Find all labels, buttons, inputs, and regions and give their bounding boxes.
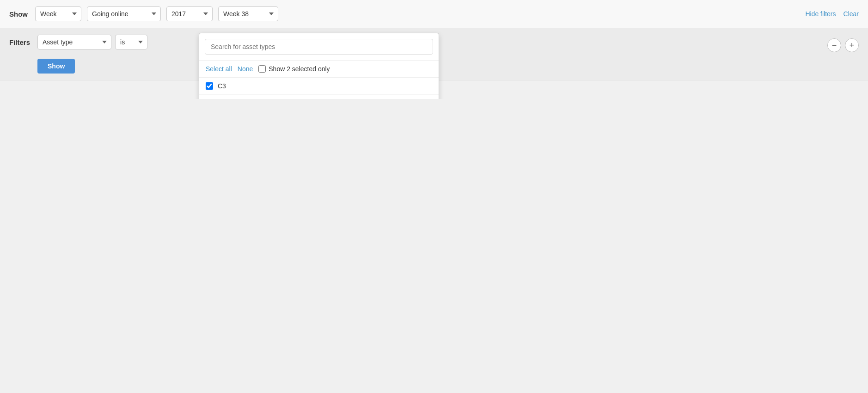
select-all-link[interactable]: Select all (206, 65, 232, 73)
dropdown-toolbar: Select all None Show 2 selected only (199, 61, 439, 78)
filter-type-select[interactable]: Going online (87, 6, 161, 21)
asset-type-search-input[interactable] (205, 39, 433, 55)
filters-bar: Filters Asset type is Show − + Select al… (0, 28, 868, 80)
toolbar-links: Hide filters Clear (805, 10, 859, 18)
filter-row: Asset type is (37, 35, 147, 49)
filters-content: Asset type is Show (37, 35, 147, 74)
dropdown-item[interactable]: D4 (199, 95, 439, 99)
filters-label: Filters (9, 35, 30, 46)
hide-filters-link[interactable]: Hide filters (805, 10, 836, 18)
condition-select[interactable]: is (115, 35, 147, 49)
year-select[interactable]: 2017 (166, 6, 213, 21)
add-filter-button[interactable]: + (845, 38, 859, 52)
show-button-container: Show (37, 54, 147, 74)
dropdown-item-label: C3 (218, 82, 226, 90)
dropdown-search-section (199, 33, 439, 61)
show-label: Show (9, 10, 28, 18)
week-select[interactable]: Week 38 (218, 6, 278, 21)
plus-icon: + (850, 41, 855, 49)
show-selected-checkbox[interactable] (258, 65, 266, 73)
show-button[interactable]: Show (37, 59, 75, 74)
remove-filter-button[interactable]: − (827, 38, 841, 52)
dropdown-list: C3D4F5G6H7I8J9K1L2M3 (199, 78, 439, 99)
period-select[interactable]: Week (35, 6, 81, 21)
filter-action-buttons: − + (827, 35, 859, 52)
asset-type-dropdown: Select all None Show 2 selected only C3D… (199, 33, 439, 99)
minus-icon: − (832, 41, 837, 49)
none-link[interactable]: None (238, 65, 253, 73)
toolbar: Show Week Going online 2017 Week 38 Hide… (0, 0, 868, 28)
clear-link[interactable]: Clear (844, 10, 859, 18)
show-selected-label[interactable]: Show 2 selected only (258, 65, 330, 73)
dropdown-item-checkbox[interactable] (206, 82, 213, 90)
dropdown-item[interactable]: C3 (199, 78, 439, 95)
asset-type-filter-select[interactable]: Asset type (37, 35, 111, 49)
